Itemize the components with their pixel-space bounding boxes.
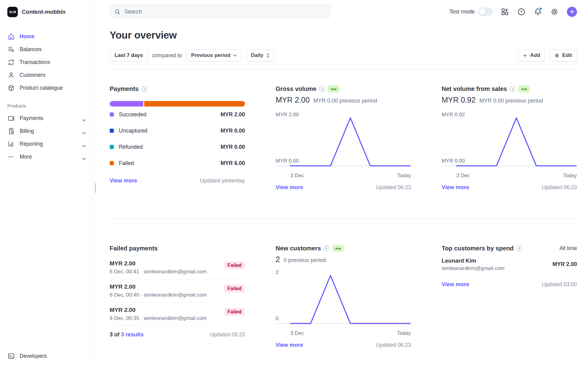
help-icon[interactable]: ?: [517, 8, 526, 16]
apps-grid-icon[interactable]: [501, 8, 509, 16]
period-label: All time: [560, 245, 577, 252]
gross-volume-card: Gross volume i +∞ MYR 2.00 MYR 0.00 prev…: [276, 85, 411, 191]
legend-row-refunded[interactable]: Refunded MYR 0.00: [110, 139, 245, 155]
date-range-button[interactable]: Last 7 days: [110, 50, 148, 61]
info-icon[interactable]: i: [319, 86, 325, 92]
sort-updown-icon: [266, 53, 270, 58]
chevron-down-icon: [82, 143, 86, 145]
svg-text:?: ?: [520, 9, 523, 14]
new-customers-card: New customers i +∞ 2 0 previous period 2…: [276, 245, 411, 348]
page-title: Your overview: [110, 29, 577, 41]
sidebar-item-label: Balances: [20, 46, 42, 53]
info-icon[interactable]: i: [142, 86, 147, 92]
top-customers-card: Top customers by spend i All time Leonar…: [442, 245, 577, 348]
sidebar-item-balances[interactable]: Balances: [0, 43, 93, 55]
y-max-label: 2: [276, 269, 278, 275]
results-count: 3 of 3 results: [110, 331, 144, 338]
search-icon: [114, 9, 121, 15]
customer-email: iamleonardkim@gmail.com: [442, 265, 504, 272]
comparison-select[interactable]: Previous period: [186, 50, 242, 61]
sidebar-item-label: More: [20, 154, 32, 160]
failed-payment-row[interactable]: MYR 2.00 6 Dec, 00:35 · iamleonardkim@gm…: [110, 303, 245, 326]
test-mode-toggle[interactable]: [478, 8, 492, 16]
legend-row-succeeded[interactable]: Succeeded MYR 2.00: [110, 107, 245, 123]
edit-button[interactable]: Edit: [549, 50, 577, 61]
account-name: Content-mobbin: [22, 9, 66, 15]
sidebar-item-label: Transactions: [20, 59, 50, 66]
home-icon: [7, 33, 15, 40]
notification-dot: [539, 7, 542, 10]
net-volume-card: Net volume from sales i +∞ MYR 0.92 MYR …: [442, 85, 577, 191]
add-button[interactable]: Add: [518, 50, 545, 61]
x-start-label: 3 Dec: [290, 173, 304, 179]
topbar: Test mode ?: [110, 5, 577, 18]
info-icon[interactable]: i: [517, 246, 522, 251]
top-customer-row[interactable]: Leonard Kim iamleonardkim@gmail.com MYR …: [442, 252, 577, 276]
account-logo: SLM: [7, 7, 18, 17]
sidebar-item-product-catalogue[interactable]: Product catalogue: [0, 82, 93, 94]
card-title: Failed payments: [110, 245, 158, 252]
sidebar-item-transactions[interactable]: Transactions: [0, 56, 93, 68]
view-more-link[interactable]: View more: [442, 184, 469, 191]
bell-icon[interactable]: [534, 8, 542, 16]
bar-chart-icon: [7, 140, 15, 148]
create-button[interactable]: [567, 7, 577, 17]
failed-payments-card: Failed payments MYR 2.00 6 Dec, 00:41 · …: [110, 245, 245, 348]
updated-label: Updated 06:23: [542, 184, 577, 191]
x-end-label: Today: [563, 173, 577, 179]
sidebar-item-label: Payments: [20, 115, 43, 122]
view-more-link[interactable]: View more: [442, 281, 469, 288]
gear-icon[interactable]: [550, 8, 559, 16]
sidebar-item-developers[interactable]: Developers: [0, 350, 93, 362]
sidebar-item-home[interactable]: Home: [0, 31, 93, 43]
previous-amount: MYR 0.00 previous period: [313, 98, 377, 104]
compared-to-label: compared to: [152, 52, 182, 59]
y-max-label: MYR 2.00: [276, 112, 299, 118]
trend-badge: +∞: [518, 85, 530, 92]
y-min-label: 0: [276, 316, 278, 322]
x-end-label: Today: [397, 173, 411, 179]
sidebar-item-payments[interactable]: Payments: [0, 112, 93, 124]
legend-row-failed[interactable]: Failed MYR 6.00: [110, 155, 245, 171]
info-icon[interactable]: i: [324, 246, 329, 251]
y-min-label: MYR 0.00: [276, 158, 299, 164]
uncaptured-swatch: [110, 129, 114, 133]
view-more-link[interactable]: View more: [276, 184, 303, 191]
interval-select[interactable]: Daily: [246, 50, 275, 61]
gross-volume-chart: MYR 2.00 MYR 0.00 3 Dec Today: [276, 114, 411, 179]
legend-row-uncaptured[interactable]: Uncaptured MYR 0.00: [110, 123, 245, 139]
search-input[interactable]: [124, 8, 326, 15]
plus-icon: [569, 8, 575, 15]
chevron-down-icon: [233, 54, 237, 57]
info-icon[interactable]: i: [510, 86, 515, 92]
failed-payment-row[interactable]: MYR 2.00 6 Dec, 00:41 · iamleonardkim@gm…: [110, 256, 245, 279]
sidebar-item-label: Billing: [20, 128, 34, 134]
invoice-icon: [7, 127, 15, 135]
view-more-link[interactable]: View more: [110, 178, 137, 184]
payments-status-bar: [110, 101, 245, 107]
refunded-swatch: [110, 145, 114, 149]
sidebar-item-billing[interactable]: Billing: [0, 125, 93, 137]
plus-icon: [523, 53, 527, 58]
overview-row-2: Failed payments MYR 2.00 6 Dec, 00:41 · …: [110, 219, 577, 348]
chevron-down-icon: [82, 130, 86, 133]
sidebar-item-customers[interactable]: Customers: [0, 69, 93, 81]
updated-label: Updated 06:23: [376, 184, 411, 191]
view-more-link[interactable]: View more: [276, 342, 303, 348]
trend-badge: +∞: [328, 85, 339, 92]
current-amount: MYR 2.00: [276, 95, 310, 104]
sidebar-item-reporting[interactable]: Reporting: [0, 138, 93, 150]
card-title: New customers: [276, 245, 321, 252]
sidebar-item-label: Developers: [20, 353, 47, 359]
scrollbar-thumb[interactable]: [95, 183, 96, 193]
net-volume-chart: MYR 0.92 MYR 0.00 3 Dec Today: [442, 114, 577, 179]
updated-label: Updated 06:23: [210, 331, 245, 338]
card-title: Top customers by spend: [442, 245, 514, 252]
account-switcher[interactable]: SLM Content-mobbin: [0, 7, 93, 17]
search-bar[interactable]: [110, 5, 331, 18]
current-amount: 2: [276, 255, 280, 264]
failed-payment-row[interactable]: MYR 2.00 6 Dec, 00:40 · iamleonardkim@gm…: [110, 279, 245, 303]
sidebar-item-more[interactable]: More: [0, 151, 93, 163]
results-link[interactable]: 3 results: [121, 331, 144, 338]
failed-swatch: [110, 161, 114, 165]
